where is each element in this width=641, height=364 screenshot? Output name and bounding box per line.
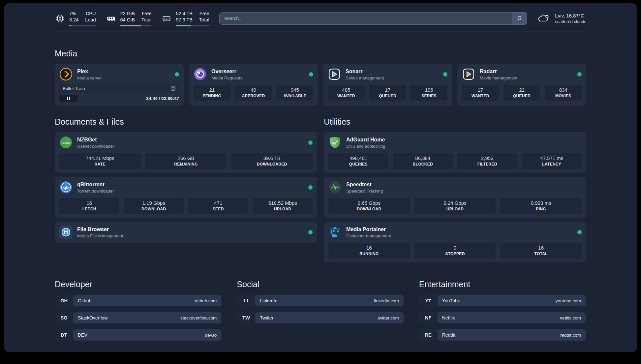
radarr-title: Radarr	[480, 68, 517, 75]
qbittorrent-leech-tile: 16 LEECH	[59, 198, 119, 214]
sonarr-card[interactable]: Sonarr Series management 485 WANTED 17 Q…	[323, 64, 452, 106]
bookmark-name: DEV	[78, 332, 87, 338]
sonarr-icon	[328, 68, 341, 81]
search-bar: G	[219, 12, 528, 25]
weather-widget[interactable]: Lviv, 16.87°C scattered clouds	[537, 13, 586, 24]
adguard-subtitle: DNS and adblocking	[346, 144, 385, 149]
dev-abbr-badge: DT	[55, 329, 73, 341]
twitter-abbr-badge: TW	[237, 312, 255, 324]
disk-progress-bar	[176, 25, 209, 26]
bookmark-name: Reddit	[442, 332, 455, 338]
plex-status-dot	[175, 72, 179, 76]
weather-condition: scattered clouds	[555, 19, 586, 24]
bookmark-netflix[interactable]: NF Netflix netflix.com	[419, 312, 586, 324]
weather-location-temp: Lviv, 16.87°C	[555, 13, 586, 18]
bookmark-youtube[interactable]: YT YouTube youtube.com	[419, 294, 586, 307]
ram-icon	[106, 13, 116, 24]
qbittorrent-subtitle: Torrent downloader	[77, 189, 114, 194]
portainer-subtitle: Container management	[346, 233, 391, 238]
ram-total-value: 64 GiB	[120, 17, 135, 23]
nzbget-rate-tile: 744.21 Mbps RATE	[59, 153, 141, 169]
overseerr-available-tile: 945 AVAILABLE	[276, 85, 313, 101]
playback-time: 24:44 / 02:06:47	[146, 96, 179, 101]
nzbget-status-dot	[308, 140, 313, 145]
speedtest-ping-tile: 0.993 ms PING	[500, 198, 582, 214]
adguard-card[interactable]: AdGuard Home DNS and adblocking 498,461 …	[324, 132, 586, 173]
bookmark-url: twitter.com	[378, 316, 399, 320]
sonarr-series-tile: 196 SERIES	[411, 85, 447, 101]
pause-button[interactable]	[59, 95, 78, 102]
cpu-load-value: 3.24	[69, 17, 78, 23]
qbittorrent-icon: qb	[59, 181, 73, 194]
cpu-progress-bar	[69, 25, 96, 26]
ram-free-value: 22 GiB	[120, 11, 135, 17]
nzbget-card[interactable]: nzbget NZBGet Usenet downloader 74	[55, 132, 317, 173]
adguard-filtered-tile: 2,953 FILTERED	[457, 153, 517, 169]
developer-section-heading: Developer	[55, 280, 222, 289]
portainer-status-dot	[577, 230, 582, 234]
speedtest-title: Speedtest	[346, 181, 383, 188]
bookmark-twitter[interactable]: TW Twitter twitter.com	[237, 312, 404, 324]
adguard-blocked-tile: 86,384 BLOCKED	[393, 153, 453, 169]
overseerr-subtitle: Media Requests	[211, 76, 242, 80]
sonarr-queued-tile: 17 QUEUED	[369, 85, 406, 101]
bookmark-linkedin[interactable]: LI LinkedIn linkedin.com	[237, 294, 404, 307]
github-abbr-badge: GH	[55, 294, 73, 307]
radarr-status-dot	[577, 72, 582, 76]
dashboard-panel: 7% 3.24 CPU Load	[4, 3, 637, 352]
bookmark-github[interactable]: GH Github github.com	[55, 294, 222, 307]
qbittorrent-upload-tile: 618.52 Mbps UPLOAD	[253, 198, 313, 214]
disk-total-label: Total	[199, 17, 209, 23]
cpu-stat: 7% 3.24 CPU Load	[55, 11, 96, 26]
top-bar: 7% 3.24 CPU Load	[55, 11, 586, 26]
qbittorrent-card[interactable]: qb qBittorrent Torrent downloader	[55, 177, 317, 218]
portainer-running-tile: 16 RUNNING	[328, 243, 410, 258]
overseerr-status-dot	[309, 72, 313, 76]
disk-free-label: Free	[199, 11, 209, 17]
qbittorrent-seed-tile: 471 SEED	[188, 198, 248, 214]
cloud-icon	[537, 13, 550, 24]
radarr-queued-tile: 22 QUEUED	[504, 85, 540, 101]
speedtest-card[interactable]: Speedtest Speedtest Tracking 9.65 Gbps D…	[324, 177, 586, 218]
system-stats: 7% 3.24 CPU Load	[55, 11, 209, 26]
speedtest-download-tile: 9.65 Gbps DOWNLOAD	[328, 198, 410, 214]
sonarr-status-dot	[443, 72, 447, 76]
bookmark-name: LinkedIn	[260, 298, 277, 303]
speedtest-upload-tile: 9.24 Gbps UPLOAD	[414, 198, 496, 214]
nzbget-downloaded-tile: 39.6 TB DOWNLOADED	[231, 153, 313, 169]
stackoverflow-abbr-badge: SO	[55, 312, 73, 324]
bookmark-stackoverflow[interactable]: SO StackOverflow stackoverflow.com	[55, 312, 222, 324]
disk-total-value: 97.9 TB	[176, 17, 193, 23]
filebrowser-subtitle: Media File Management	[77, 233, 123, 238]
overseerr-title: Overseerr	[211, 68, 242, 75]
media-section-heading: Media	[55, 49, 586, 58]
portainer-card[interactable]: Media Portainer Container management 16 …	[324, 222, 586, 262]
bookmark-dev[interactable]: DT DEV dev.to	[55, 329, 222, 341]
plex-subtitle: Media server	[77, 76, 102, 80]
radarr-wanted-tile: 17 WANTED	[462, 85, 499, 101]
filebrowser-card[interactable]: File Browser Media File Management	[55, 222, 317, 243]
ram-free-label: Free	[141, 11, 152, 17]
adguard-title: AdGuard Home	[346, 136, 385, 143]
overseerr-card[interactable]: Overseerr Media Requests 21 PENDING 40 A…	[189, 64, 318, 106]
sonarr-title: Sonarr	[346, 68, 384, 75]
bookmark-url: youtube.com	[556, 298, 581, 303]
sonarr-wanted-tile: 485 WANTED	[328, 85, 365, 101]
svg-text:qb: qb	[63, 185, 69, 190]
entertainment-section-heading: Entertainment	[419, 280, 586, 289]
overseerr-icon	[194, 68, 207, 81]
radarr-card[interactable]: Radarr Movie management 17 WANTED 22 QUE…	[457, 64, 586, 106]
nzbget-subtitle: Usenet downloader	[77, 144, 114, 149]
google-search-button[interactable]: G	[512, 13, 527, 24]
speedtest-icon	[328, 181, 342, 194]
reddit-abbr-badge: RE	[419, 329, 438, 341]
plex-card[interactable]: Plex Media server Bullet Train	[55, 64, 184, 106]
search-input[interactable]	[219, 12, 528, 25]
documents-section-heading: Documents & Files	[55, 117, 317, 127]
bookmark-url: github.com	[195, 298, 217, 303]
bookmark-reddit[interactable]: RE Reddit reddit.com	[419, 329, 586, 341]
speedtest-subtitle: Speedtest Tracking	[346, 189, 383, 194]
session-settings-icon[interactable]	[170, 86, 176, 91]
adguard-latency-tile: 47.571 ms LATENCY	[522, 153, 582, 169]
ram-stat: 22 GiB 64 GiB Free Total	[106, 11, 152, 26]
